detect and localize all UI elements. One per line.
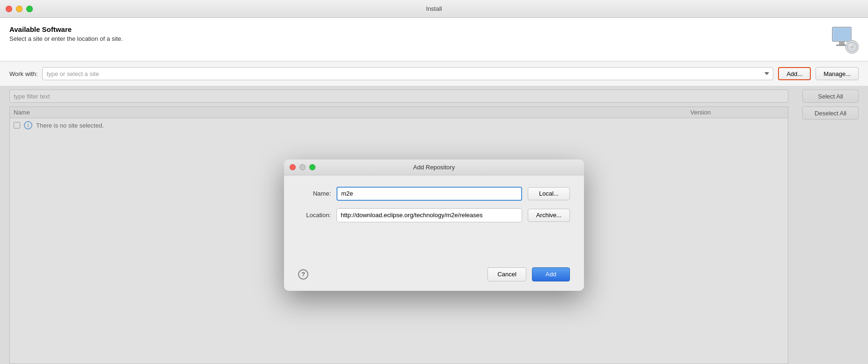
work-with-row: Work with: type or select a site Add... … — [0, 61, 868, 86]
dialog-body: Name: Local... Location: Archive... — [284, 175, 584, 262]
close-button[interactable] — [6, 6, 12, 12]
dialog-minimize-button[interactable] — [299, 164, 306, 170]
dialog-backdrop: Add Repository Name: Local... Location: … — [0, 86, 868, 364]
header: Available Software Select a site or ente… — [0, 18, 868, 61]
dialog-footer: ? Cancel Add — [284, 262, 584, 291]
maximize-button[interactable] — [26, 6, 33, 12]
main-container: Available Software Select a site or ente… — [0, 18, 868, 364]
work-with-label: Work with: — [9, 70, 37, 77]
title-bar-buttons — [6, 6, 33, 12]
add-button[interactable]: Add... — [778, 67, 811, 80]
svg-rect-1 — [833, 28, 850, 40]
add-repository-dialog: Add Repository Name: Local... Location: … — [284, 159, 584, 291]
site-select[interactable]: type or select a site — [42, 67, 773, 80]
header-heading: Available Software — [9, 25, 123, 33]
minimize-button[interactable] — [16, 6, 22, 12]
manage-button[interactable]: Manage... — [816, 67, 859, 80]
svg-rect-2 — [839, 42, 845, 45]
help-icon[interactable]: ? — [298, 269, 308, 280]
name-field-row: Name: Local... — [298, 187, 570, 201]
dialog-maximize-button[interactable] — [309, 164, 315, 170]
dialog-title: Add Repository — [413, 164, 455, 171]
title-bar: Install — [0, 0, 868, 18]
location-label: Location: — [298, 212, 331, 219]
name-label: Name: — [298, 190, 331, 197]
archive-button[interactable]: Archive... — [528, 209, 570, 222]
computer-icon — [829, 25, 859, 55]
header-subtext: Select a site or enter the location of a… — [9, 35, 123, 42]
svg-point-7 — [851, 46, 853, 48]
location-input[interactable] — [337, 208, 522, 222]
dialog-footer-buttons: Cancel Add — [487, 267, 570, 281]
cancel-button[interactable]: Cancel — [487, 267, 526, 281]
name-input[interactable] — [337, 187, 522, 201]
location-field-row: Location: Archive... — [298, 208, 570, 222]
dialog-tb-buttons — [290, 164, 315, 170]
content-area: Name Version i There is no site selected… — [0, 86, 868, 364]
header-text: Available Software Select a site or ente… — [9, 25, 123, 42]
window-title: Install — [426, 5, 442, 12]
dialog-title-bar: Add Repository — [284, 159, 584, 175]
local-button[interactable]: Local... — [528, 187, 570, 200]
dialog-add-button[interactable]: Add — [532, 267, 570, 281]
dialog-close-button[interactable] — [290, 164, 296, 170]
